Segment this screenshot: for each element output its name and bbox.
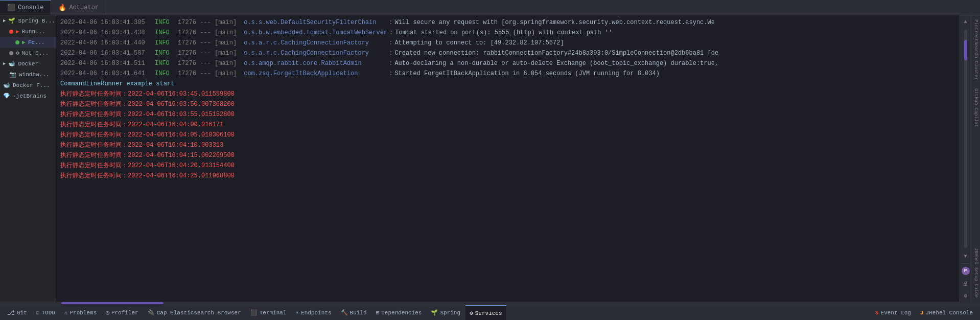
status-terminal[interactable]: ⬛ Terminal bbox=[246, 305, 291, 320]
tab-console[interactable]: ⬛ Console bbox=[0, 0, 51, 15]
services-icon: ⚙ bbox=[470, 310, 473, 316]
log-colon-5: : bbox=[387, 59, 394, 68]
log-threadname-6: main] bbox=[218, 69, 244, 78]
status-dependencies[interactable]: ⊞ Dependencies bbox=[372, 305, 426, 320]
scroll-down-button[interactable]: ▼ bbox=[962, 252, 970, 260]
sidebar-item-fc[interactable]: ▶ Fc... bbox=[0, 37, 56, 48]
log-line-2: 2022-04-06 16:03:41.438 INFO 17276 --- [… bbox=[56, 28, 960, 38]
log-line-6: 2022-04-06 16:03:41.641 INFO 17276 --- [… bbox=[56, 68, 960, 79]
status-event-log-label: Event Log bbox=[881, 310, 911, 316]
settings-icon-right[interactable]: ⚙ bbox=[962, 291, 970, 300]
scrollbar-track[interactable] bbox=[964, 30, 967, 248]
log-level-5: INFO bbox=[155, 59, 178, 68]
log-line-4: 2022-04-06 16:03:41.507 INFO 17276 --- [… bbox=[56, 48, 960, 58]
dependencies-icon: ⊞ bbox=[376, 309, 380, 316]
right-label-2: GitHub Copilot bbox=[972, 84, 979, 131]
terminal-icon: ⬛ bbox=[250, 309, 258, 316]
log-logger-6: com.zsq.ForgetItBackApplication bbox=[244, 69, 387, 78]
log-message-6: Started ForgetItBackApplication in 6.054… bbox=[394, 69, 659, 78]
log-message-2: Tomcat started on port(s): 5555 (http) w… bbox=[395, 28, 612, 37]
sidebar-item-dockerf[interactable]: 🐋 Docker F... bbox=[0, 80, 56, 90]
git-icon: ⎇ bbox=[7, 309, 15, 317]
system-log-line: CommandLineRunner example start bbox=[56, 79, 960, 89]
log-message-3: Attempting to connect to: [49.232.82.107… bbox=[394, 38, 564, 48]
log-logger-5: o.s.amqp.rabbit.core.RabbitAdmin bbox=[244, 59, 387, 68]
status-todo-label: TODO bbox=[41, 310, 55, 316]
docker-icon: 🐋 bbox=[8, 60, 15, 67]
log-colon-4: : bbox=[387, 49, 394, 58]
event-log-icon: S bbox=[875, 310, 879, 316]
sidebar-jetbrains-label: ·jetBrains bbox=[13, 93, 46, 99]
tab-actuator[interactable]: 🔥 Actuator bbox=[51, 0, 106, 15]
log-level-3: INFO bbox=[155, 38, 178, 48]
log-message-5: Auto-declaring a non-durable or auto-del… bbox=[394, 59, 718, 68]
log-colon-2: : bbox=[387, 28, 395, 37]
spring-status-icon: 🌱 bbox=[431, 309, 438, 316]
sidebar-item-window[interactable]: 📷 window... bbox=[0, 69, 56, 80]
chinese-log-8: 执行静态定时任务时间：2022-04-06T16:04:25.011968800 bbox=[56, 171, 960, 181]
status-services[interactable]: ⚙ Services bbox=[465, 305, 506, 320]
sidebar-fc-label: Fc... bbox=[28, 39, 45, 45]
status-endpoints[interactable]: ⚡ Endpoints bbox=[292, 305, 336, 320]
log-logger-4: o.s.a.r.c.CachingConnectionFactory bbox=[244, 49, 387, 58]
todo-icon: ☑ bbox=[36, 309, 40, 316]
sidebar-nots-label: Not S... bbox=[22, 50, 49, 56]
status-todo[interactable]: ☑ TODO bbox=[32, 305, 59, 320]
docker-icon-2: 🐋 bbox=[3, 82, 10, 88]
status-problems[interactable]: ⚠ Problems bbox=[60, 305, 101, 320]
status-profiler-label: Profiler bbox=[111, 310, 138, 316]
log-level-4: INFO bbox=[155, 49, 178, 58]
log-message-4: Created new connection: rabbitConnection… bbox=[394, 49, 718, 58]
status-dot-red bbox=[9, 30, 13, 34]
log-timestamp-1: 2022-04-06 16:03:41.305 bbox=[60, 18, 155, 27]
sidebar-item-spring[interactable]: ▶ 🌱 Spring B... bbox=[0, 15, 56, 26]
sidebar-item-run[interactable]: ▶ Runn... bbox=[0, 26, 56, 37]
log-line-3: 2022-04-06 16:03:41.440 INFO 17276 --- [… bbox=[56, 38, 960, 48]
log-line-5: 2022-04-06 16:03:41.511 INFO 17276 --- [… bbox=[56, 58, 960, 68]
spring-icon: 🌱 bbox=[8, 17, 15, 24]
console-icon: ⬛ bbox=[7, 4, 15, 12]
right-scrollbar-panel: ▲ ▼ P 🖨 ⚙ bbox=[960, 15, 971, 302]
chinese-log-6: 执行静态定时任务时间：2022-04-06T16:04:15.002269500 bbox=[56, 150, 960, 161]
chevron-right-icon-2: ▶ bbox=[3, 61, 6, 66]
system-log-text: CommandLineRunner example start bbox=[60, 80, 174, 87]
status-dot-gray bbox=[9, 51, 13, 55]
status-git-label: Git bbox=[17, 310, 27, 316]
status-spring-label: Spring bbox=[440, 310, 460, 316]
console-output[interactable]: 2022-04-06 16:03:41.305 INFO 17276 --- [… bbox=[56, 15, 960, 302]
print-icon[interactable]: 🖨 bbox=[962, 279, 970, 287]
sidebar-item-nots[interactable]: ⚙ Not S... bbox=[0, 48, 56, 58]
status-event-log[interactable]: S Event Log bbox=[871, 305, 915, 320]
log-thread-2: 17276 --- [ bbox=[178, 28, 218, 37]
chinese-log-7: 执行静态定时任务时间：2022-04-06T16:04:20.013154400 bbox=[56, 161, 960, 171]
avatar-icon[interactable]: P bbox=[962, 267, 970, 275]
log-colon-3: : bbox=[387, 38, 394, 48]
sidebar-item-docker[interactable]: ▶ 🐋 Docker bbox=[0, 58, 56, 69]
sidebar-docker-label: Docker bbox=[18, 61, 38, 67]
gear-icon-small: ⚙ bbox=[16, 50, 19, 56]
log-threadname-2: main] bbox=[218, 28, 244, 37]
right-label-3: JRebel Setup Guide bbox=[972, 244, 979, 302]
h-scroll-thumb bbox=[61, 302, 164, 304]
chinese-log-1: 执行静态定时任务时间：2022-04-06T16:03:50.007368200 bbox=[56, 99, 960, 109]
sidebar-item-jetbrains[interactable]: 💎 ·jetBrains bbox=[0, 90, 56, 101]
status-cap[interactable]: 🔌 Cap Elasticsearch Browser bbox=[144, 305, 245, 320]
camera-icon: 📷 bbox=[9, 71, 16, 78]
scrollbar-thumb bbox=[964, 40, 967, 60]
status-build[interactable]: 🔨 Build bbox=[337, 305, 371, 320]
log-threadname-1: main] bbox=[218, 18, 244, 27]
status-spring[interactable]: 🌱 Spring bbox=[427, 305, 464, 320]
status-bar: ⎇ Git ☑ TODO ⚠ Problems ◷ Profiler 🔌 Cap… bbox=[0, 305, 980, 320]
log-logger-3: o.s.a.r.c.CachingConnectionFactory bbox=[244, 38, 387, 48]
status-dot-green bbox=[15, 40, 19, 44]
status-jrebel-console[interactable]: J JRebel Console bbox=[916, 305, 977, 320]
status-git[interactable]: ⎇ Git bbox=[3, 305, 31, 320]
log-thread-4: 17276 --- [ bbox=[178, 49, 218, 58]
left-panel: ▶ 🌱 Spring B... ▶ Runn... ▶ Fc... ⚙ Not … bbox=[0, 15, 56, 302]
tab-bar: ⬛ Console 🔥 Actuator bbox=[0, 0, 980, 15]
scroll-up-button[interactable]: ▲ bbox=[962, 17, 970, 26]
jrebel-icon: J bbox=[920, 310, 924, 316]
play-icon-2: ▶ bbox=[22, 39, 26, 45]
actuator-icon: 🔥 bbox=[58, 4, 66, 12]
status-profiler[interactable]: ◷ Profiler bbox=[102, 305, 142, 320]
